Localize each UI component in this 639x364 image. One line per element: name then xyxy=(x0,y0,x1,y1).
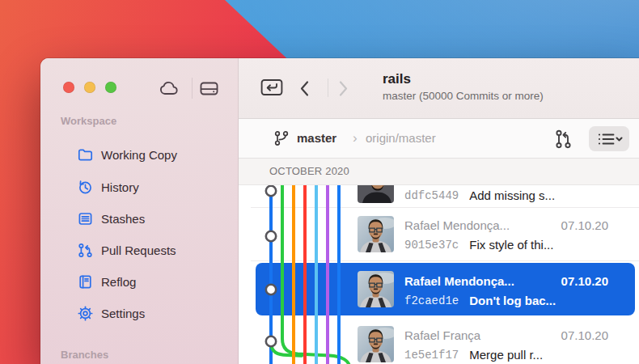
main-pane: rails master (50000 Commits or more) mas… xyxy=(239,58,639,364)
commit-hash: ddfc5449 xyxy=(404,186,459,205)
commit-message: Don't log bac... xyxy=(469,291,608,311)
avatar xyxy=(358,185,394,203)
folder-icon xyxy=(77,146,94,163)
back-chevron-icon[interactable] xyxy=(298,79,311,101)
month-label: OCTOBER 2020 xyxy=(239,159,639,184)
journal-icon xyxy=(77,273,94,290)
sidebar-item-label: Pull Requests xyxy=(101,243,176,257)
sidebar-item-pull-requests[interactable]: Pull Requests xyxy=(57,237,231,263)
month-section-header: OCTOBER 2020 xyxy=(239,159,639,185)
branch-icon xyxy=(273,129,290,150)
commit-row[interactable]: Rafael França 07.10.20 1e5e1f17 Merge pu… xyxy=(239,317,639,364)
sidebar-item-label: Settings xyxy=(101,307,145,320)
sidebar-item-label: History xyxy=(101,180,139,194)
branch-bar: master › origin/master xyxy=(239,119,639,159)
commit-list: ddfc5449 Add missing s... xyxy=(239,185,639,364)
history-clock-icon xyxy=(77,179,94,196)
external-drive-icon[interactable] xyxy=(197,77,221,99)
commit-author: Rafael Mendonça... xyxy=(404,272,555,291)
sidebar-item-label: Stashes xyxy=(101,212,145,226)
pull-request-icon xyxy=(77,242,94,259)
sidebar-item-working-copy[interactable]: Working Copy xyxy=(57,142,231,167)
titlebar-titles: rails master (50000 Commits or more) xyxy=(383,71,544,102)
commit-row-selected[interactable]: Rafael Mendonça... 07.10.20 f2caed1e Don… xyxy=(239,263,639,315)
commit-message: Merge pull r... xyxy=(469,345,608,364)
avatar xyxy=(358,326,394,362)
repo-title: rails xyxy=(383,71,544,87)
sidebar-section-workspace: Workspace xyxy=(61,115,116,127)
traffic-minimize-button[interactable] xyxy=(84,82,95,93)
commit-row[interactable]: Rafael Mendonça... 07.10.20 9015e37c Fix… xyxy=(239,207,639,262)
gear-icon xyxy=(77,305,94,322)
traffic-close-button[interactable] xyxy=(63,82,74,93)
commit-date: 07.10.20 xyxy=(561,216,608,235)
repo-subtitle: master (50000 Commits or more) xyxy=(383,90,544,102)
cloud-icon[interactable] xyxy=(157,77,181,99)
avatar xyxy=(358,216,394,252)
commit-hash: 9015e37c xyxy=(404,235,459,255)
sidebar: Workspace Working Copy History xyxy=(40,58,239,364)
commit-message: Fix style of thi... xyxy=(469,235,608,255)
commit-date: 07.10.20 xyxy=(561,272,608,291)
titlebar: rails master (50000 Commits or more) xyxy=(239,58,639,119)
sidebar-item-history[interactable]: History xyxy=(57,174,231,200)
forward-chevron-icon[interactable] xyxy=(337,79,349,101)
sidebar-item-reflog[interactable]: Reflog xyxy=(57,269,231,294)
sidebar-item-label: Working Copy xyxy=(101,148,177,162)
current-branch[interactable]: master xyxy=(297,119,336,158)
commit-hash: f2caed1e xyxy=(404,291,459,311)
upstream-branch[interactable]: origin/master xyxy=(366,119,436,158)
sidebar-toolbar-divider xyxy=(192,78,193,99)
repository-return-icon[interactable] xyxy=(260,76,284,102)
commit-author: Rafael França xyxy=(404,326,555,345)
traffic-zoom-button[interactable] xyxy=(105,82,116,93)
commit-row[interactable]: ddfc5449 Add missing s... xyxy=(239,185,639,207)
list-dropdown-icon[interactable] xyxy=(589,126,629,151)
app-window: Workspace Working Copy History xyxy=(40,58,639,364)
avatar xyxy=(358,271,394,307)
stash-note-icon xyxy=(77,210,94,227)
commit-date: 07.10.20 xyxy=(561,326,608,345)
nav-divider xyxy=(328,78,328,97)
commit-hash: 1e5e1f17 xyxy=(404,345,459,364)
breadcrumb-separator: › xyxy=(353,119,358,157)
sidebar-section-branches: Branches xyxy=(61,349,108,361)
sidebar-item-label: Reflog xyxy=(101,275,136,289)
commit-author: Rafael Mendonça... xyxy=(404,216,555,235)
sidebar-item-settings[interactable]: Settings xyxy=(57,300,231,326)
pull-request-icon[interactable] xyxy=(554,128,573,154)
commit-message: Add missing s... xyxy=(469,186,608,205)
sidebar-item-stashes[interactable]: Stashes xyxy=(57,205,231,231)
